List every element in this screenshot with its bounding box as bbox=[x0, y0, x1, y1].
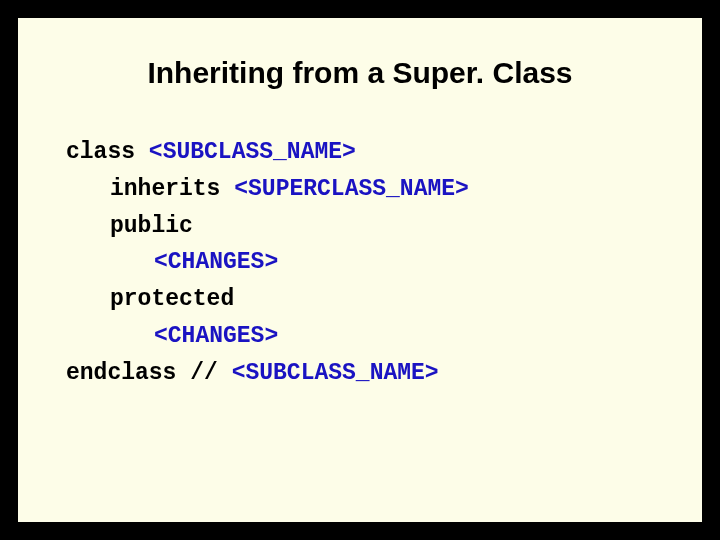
code-line-7: endclass // <SUBCLASS_NAME> bbox=[66, 355, 654, 392]
code-line-3: public bbox=[66, 208, 654, 245]
code-line-4: <CHANGES> bbox=[66, 244, 654, 281]
code-block: class <SUBCLASS_NAME> inherits <SUPERCLA… bbox=[66, 134, 654, 392]
keyword-inherits: inherits bbox=[66, 171, 234, 208]
keyword-class: class bbox=[66, 139, 149, 165]
code-line-1: class <SUBCLASS_NAME> bbox=[66, 134, 654, 171]
code-line-2: inherits <SUPERCLASS_NAME> bbox=[66, 171, 654, 208]
code-line-6: <CHANGES> bbox=[66, 318, 654, 355]
placeholder-superclass: <SUPERCLASS_NAME> bbox=[234, 176, 469, 202]
slide-title: Inheriting from a Super. Class bbox=[66, 56, 654, 90]
placeholder-subclass: <SUBCLASS_NAME> bbox=[149, 139, 356, 165]
keyword-protected: protected bbox=[66, 281, 234, 318]
placeholder-subclass-end: <SUBCLASS_NAME> bbox=[232, 360, 439, 386]
keyword-public: public bbox=[66, 208, 193, 245]
placeholder-changes-1: <CHANGES> bbox=[66, 244, 278, 281]
placeholder-changes-2: <CHANGES> bbox=[66, 318, 278, 355]
keyword-endclass: endclass // bbox=[66, 360, 232, 386]
code-line-5: protected bbox=[66, 281, 654, 318]
slide-frame: Inheriting from a Super. Class class <SU… bbox=[18, 18, 702, 522]
